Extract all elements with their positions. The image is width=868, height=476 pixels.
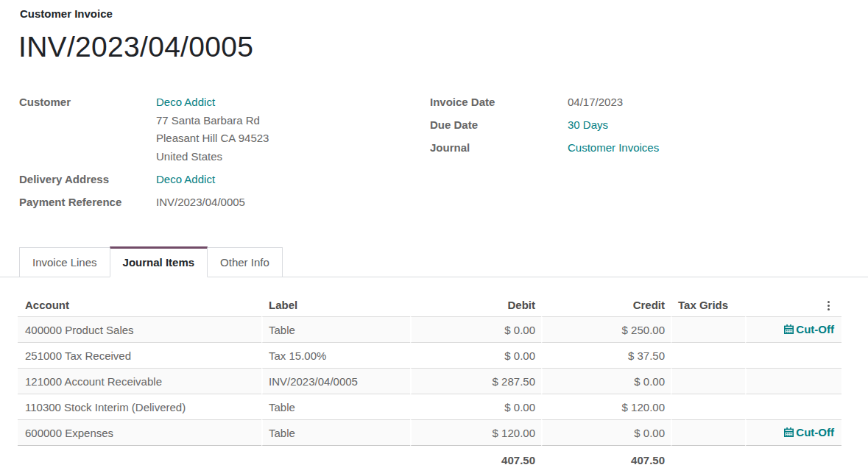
due-date-label: Due Date bbox=[430, 116, 568, 134]
cell-credit: $ 0.00 bbox=[541, 419, 671, 445]
cell-label: Table bbox=[261, 419, 410, 445]
delivery-address-link[interactable]: Deco Addict bbox=[156, 173, 215, 185]
customer-address-line: United States bbox=[156, 148, 269, 166]
cell-credit: $ 37.50 bbox=[541, 342, 671, 368]
cell-debit: $ 287.50 bbox=[410, 368, 541, 394]
cell-tax-grids bbox=[671, 419, 745, 445]
journal-label: Journal bbox=[430, 139, 568, 157]
field-customer: Customer Deco Addict 77 Santa Barbara Rd… bbox=[19, 93, 430, 166]
cell-debit: $ 0.00 bbox=[410, 342, 541, 368]
tab-invoice-lines[interactable]: Invoice Lines bbox=[19, 247, 110, 277]
table-row[interactable]: 600000 Expenses Table $ 120.00 $ 0.00 Cu… bbox=[18, 419, 841, 445]
fields-left-column: Customer Deco Addict 77 Santa Barbara Rd… bbox=[19, 93, 430, 216]
calendar-icon bbox=[784, 324, 794, 334]
field-invoice-date: Invoice Date 04/17/2023 bbox=[430, 93, 659, 111]
cell-tax-grids bbox=[671, 394, 745, 419]
tab-journal-items[interactable]: Journal Items bbox=[110, 246, 208, 277]
customer-value: Deco Addict 77 Santa Barbara Rd Pleasant… bbox=[156, 93, 269, 166]
breadcrumb: Customer Invoice bbox=[0, 0, 868, 20]
table-row[interactable]: 110300 Stock Interim (Delivered) Table $… bbox=[18, 394, 841, 419]
cell-label: Tax 15.00% bbox=[261, 342, 410, 368]
cell-label: INV/2023/04/0005 bbox=[261, 368, 410, 394]
cell-debit: $ 120.00 bbox=[410, 419, 541, 445]
cell-label: Table bbox=[261, 316, 410, 342]
totals-spacer bbox=[18, 445, 261, 474]
customer-address-line: 77 Santa Barbara Rd bbox=[156, 112, 269, 130]
field-delivery-address: Delivery Address Deco Addict bbox=[19, 171, 430, 188]
cutoff-button[interactable]: Cut-Off bbox=[784, 426, 834, 438]
column-header-credit[interactable]: Credit bbox=[541, 294, 671, 316]
totals-row: 407.50 407.50 bbox=[18, 445, 841, 474]
table-row[interactable]: 121000 Account Receivable INV/2023/04/00… bbox=[18, 368, 841, 394]
total-credit: 407.50 bbox=[541, 445, 671, 474]
delivery-address-label: Delivery Address bbox=[19, 171, 156, 188]
calendar-icon bbox=[784, 427, 794, 437]
optional-columns-icon[interactable] bbox=[825, 299, 833, 312]
cell-account: 251000 Tax Received bbox=[18, 342, 261, 368]
cell-account: 400000 Product Sales bbox=[18, 316, 261, 342]
cell-credit: $ 250.00 bbox=[541, 316, 671, 342]
cell-tax-grids bbox=[671, 342, 745, 368]
total-debit: 407.50 bbox=[410, 445, 541, 474]
notebook-tabs: Invoice Lines Journal Items Other Info bbox=[0, 246, 868, 277]
journal-items-table: Account Label Debit Credit Tax Grids 400… bbox=[18, 294, 841, 474]
column-header-label[interactable]: Label bbox=[261, 294, 410, 316]
field-journal: Journal Customer Invoices bbox=[430, 139, 659, 157]
invoice-date-value: 04/17/2023 bbox=[568, 93, 623, 111]
cell-account: 110300 Stock Interim (Delivered) bbox=[18, 394, 261, 419]
table-header-row: Account Label Debit Credit Tax Grids bbox=[18, 294, 841, 316]
cell-debit: $ 0.00 bbox=[410, 316, 541, 342]
invoice-date-label: Invoice Date bbox=[430, 93, 568, 111]
cutoff-button-label: Cut-Off bbox=[796, 426, 834, 438]
form-fields: Customer Deco Addict 77 Santa Barbara Rd… bbox=[19, 93, 868, 216]
customer-address-line: Pleasant Hill CA 94523 bbox=[156, 129, 269, 148]
cell-tax-grids bbox=[671, 316, 745, 342]
totals-spacer bbox=[261, 445, 410, 474]
totals-spacer bbox=[671, 445, 745, 474]
payment-reference-label: Payment Reference bbox=[19, 193, 156, 211]
cell-credit: $ 0.00 bbox=[541, 368, 671, 394]
cutoff-button-label: Cut-Off bbox=[796, 323, 834, 335]
page-title: INV/2023/04/0005 bbox=[18, 31, 868, 63]
due-date-link[interactable]: 30 Days bbox=[568, 118, 608, 131]
cell-label: Table bbox=[261, 394, 410, 419]
cell-credit: $ 120.00 bbox=[541, 394, 671, 419]
cell-tax-grids bbox=[671, 368, 745, 394]
customer-link[interactable]: Deco Addict bbox=[156, 96, 215, 108]
table-row[interactable]: 251000 Tax Received Tax 15.00% $ 0.00 $ … bbox=[18, 342, 841, 368]
customer-label: Customer bbox=[19, 93, 156, 166]
totals-spacer bbox=[745, 445, 841, 474]
journal-link[interactable]: Customer Invoices bbox=[568, 141, 659, 154]
column-header-account[interactable]: Account bbox=[18, 294, 261, 316]
field-payment-reference: Payment Reference INV/2023/04/0005 bbox=[19, 193, 430, 211]
cell-debit: $ 0.00 bbox=[410, 394, 541, 419]
cutoff-button[interactable]: Cut-Off bbox=[784, 323, 834, 335]
cell-account: 121000 Account Receivable bbox=[18, 368, 261, 394]
payment-reference-value: INV/2023/04/0005 bbox=[156, 193, 245, 211]
table-row[interactable]: 400000 Product Sales Table $ 0.00 $ 250.… bbox=[18, 316, 841, 342]
column-header-tax-grids[interactable]: Tax Grids bbox=[671, 294, 745, 316]
cell-account: 600000 Expenses bbox=[18, 419, 261, 445]
fields-right-column: Invoice Date 04/17/2023 Due Date 30 Days… bbox=[430, 93, 659, 216]
tab-other-info[interactable]: Other Info bbox=[207, 247, 283, 277]
field-due-date: Due Date 30 Days bbox=[430, 116, 659, 134]
column-header-debit[interactable]: Debit bbox=[410, 294, 541, 316]
